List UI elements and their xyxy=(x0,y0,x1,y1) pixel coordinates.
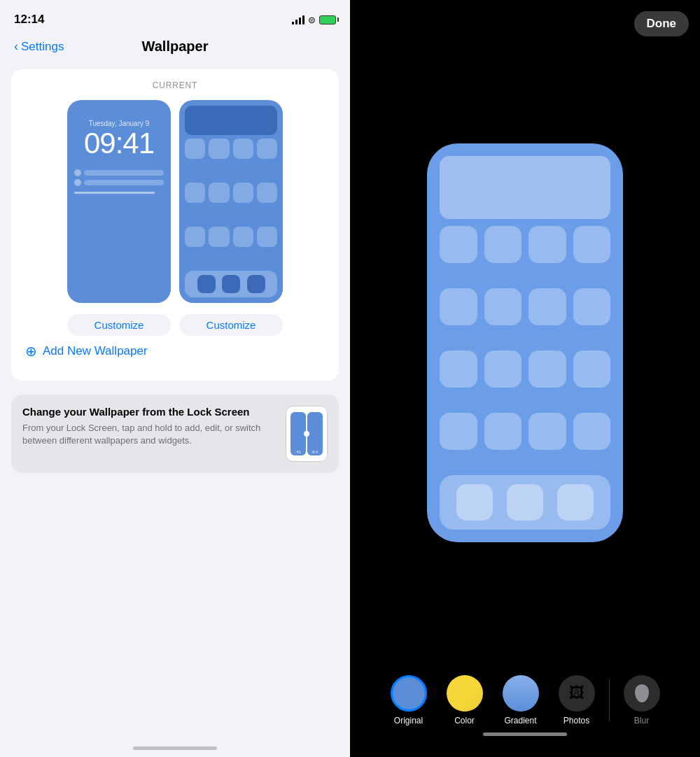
hs-icon-10 xyxy=(209,227,229,247)
status-icons: ⊜ xyxy=(292,15,336,25)
phone-icon-12 xyxy=(573,351,611,388)
hs-dock xyxy=(185,271,277,297)
battery-icon xyxy=(319,15,336,24)
left-panel: 12:14 ⊜ ‹ Settings Wallpaper CURRENT xyxy=(0,0,350,757)
right-toolbar: Original Color Gradient 🖼 Photos xyxy=(350,664,700,757)
option-color[interactable]: Color xyxy=(437,675,493,726)
wallpaper-options: Original Color Gradient 🖼 Photos xyxy=(381,675,670,726)
phone-mockup-container xyxy=(427,0,623,664)
phone-icon-4 xyxy=(573,226,611,264)
hs-dock-icon-2 xyxy=(222,275,240,293)
ls-widget-item-2 xyxy=(84,180,164,185)
phone-icon-5 xyxy=(440,288,477,326)
ls-progress-bar xyxy=(74,192,155,194)
current-label: CURRENT xyxy=(22,80,328,90)
phone-icon-13 xyxy=(440,413,477,451)
info-dot xyxy=(304,431,309,437)
home-indicator-right xyxy=(483,733,567,736)
info-card-description: From your Lock Screen, tap and hold to a… xyxy=(22,422,276,447)
done-button[interactable]: Done xyxy=(634,11,690,36)
add-wallpaper-label: Add New Wallpaper xyxy=(43,344,148,358)
photos-circle-icon: 🖼 xyxy=(559,675,595,712)
phone-icon-9 xyxy=(440,351,477,388)
info-time-left: :41 xyxy=(295,450,301,454)
blur-drop-icon xyxy=(635,684,649,702)
back-button[interactable]: ‹ Settings xyxy=(14,39,64,54)
blur-label: Blur xyxy=(634,716,649,726)
original-label: Original xyxy=(394,716,423,726)
status-bar: 12:14 ⊜ xyxy=(0,0,350,35)
info-text: Change your Wallpaper from the Lock Scre… xyxy=(22,406,276,447)
wifi-icon: ⊜ xyxy=(308,15,316,25)
info-card-title: Change your Wallpaper from the Lock Scre… xyxy=(22,406,276,418)
info-card: Change your Wallpaper from the Lock Scre… xyxy=(11,395,339,473)
phone-dock-icon-2 xyxy=(507,484,543,521)
phone-icon-8 xyxy=(573,288,611,326)
info-time-right: 9:4 xyxy=(312,450,318,454)
hs-dock-icon-3 xyxy=(247,275,265,293)
phone-top-bar xyxy=(440,156,610,219)
customize-lock-screen-button[interactable]: Customize xyxy=(67,314,171,336)
phone-dock-icon-3 xyxy=(557,484,594,521)
customize-buttons: Customize Customize xyxy=(22,314,328,336)
hs-icon-2 xyxy=(209,139,229,159)
blur-circle-icon xyxy=(624,675,660,712)
phone-dock-icon-1 xyxy=(456,484,493,521)
ls-widget-item-1 xyxy=(84,170,164,176)
phone-icon-1 xyxy=(440,226,477,264)
lock-screen-preview[interactable]: Tuesday, January 9 09:41 xyxy=(67,100,171,303)
gradient-label: Gradient xyxy=(504,716,536,726)
wallpaper-card: CURRENT Tuesday, January 9 09:41 xyxy=(11,69,339,381)
color-label: Color xyxy=(454,716,475,726)
customize-home-screen-button[interactable]: Customize xyxy=(179,314,283,336)
photos-label: Photos xyxy=(564,716,589,726)
phone-icon-grid xyxy=(440,226,610,468)
option-photos[interactable]: 🖼 Photos xyxy=(549,675,605,726)
back-chevron-icon: ‹ xyxy=(14,39,18,54)
add-circle-icon: ⊕ xyxy=(25,343,37,360)
back-label: Settings xyxy=(21,40,64,54)
hs-icon-12 xyxy=(257,227,277,247)
phone-icon-6 xyxy=(484,288,522,326)
phone-mockup xyxy=(427,143,623,542)
option-blur[interactable]: Blur xyxy=(614,675,670,726)
ls-widget-row-1 xyxy=(74,169,164,176)
hs-icon-5 xyxy=(185,183,205,203)
phone-icon-2 xyxy=(484,226,522,264)
photos-icon: 🖼 xyxy=(569,684,584,702)
option-original[interactable]: Original xyxy=(381,675,437,726)
left-content: CURRENT Tuesday, January 9 09:41 xyxy=(0,62,350,757)
nav-bar: ‹ Settings Wallpaper xyxy=(0,35,350,62)
hs-top-bar xyxy=(185,106,277,135)
ls-widget-icon-1 xyxy=(74,169,81,176)
phone-icon-15 xyxy=(528,413,566,451)
options-divider xyxy=(609,679,610,721)
ls-widgets xyxy=(67,169,171,194)
original-circle-icon xyxy=(391,675,427,712)
hs-icon-8 xyxy=(257,183,277,203)
ls-widget-icon-2 xyxy=(74,179,81,186)
hs-dock-icon-1 xyxy=(197,275,216,293)
option-gradient[interactable]: Gradient xyxy=(493,675,549,726)
info-card-image: :41 9:4 xyxy=(286,406,328,462)
hs-icon-7 xyxy=(233,183,253,203)
color-circle-icon xyxy=(447,675,483,712)
home-indicator-left xyxy=(133,747,217,750)
hs-icon-11 xyxy=(233,227,253,247)
status-time: 12:14 xyxy=(14,13,44,27)
ls-widget-row-2 xyxy=(74,179,164,186)
phone-icon-14 xyxy=(484,413,522,451)
wallpaper-previews: Tuesday, January 9 09:41 xyxy=(22,100,328,303)
phone-icon-11 xyxy=(528,351,566,388)
phone-icon-3 xyxy=(528,226,566,264)
add-new-wallpaper-button[interactable]: ⊕ Add New Wallpaper xyxy=(22,336,328,367)
home-screen-preview[interactable] xyxy=(179,100,283,303)
hs-icon-6 xyxy=(209,183,229,203)
hs-icon-1 xyxy=(185,139,205,159)
ls-time-label: 09:41 xyxy=(84,129,154,158)
phone-icon-7 xyxy=(528,288,566,326)
hs-icon-3 xyxy=(233,139,253,159)
hs-icon-grid xyxy=(185,139,277,267)
right-panel: Done xyxy=(350,0,700,757)
signal-icon xyxy=(292,15,304,24)
